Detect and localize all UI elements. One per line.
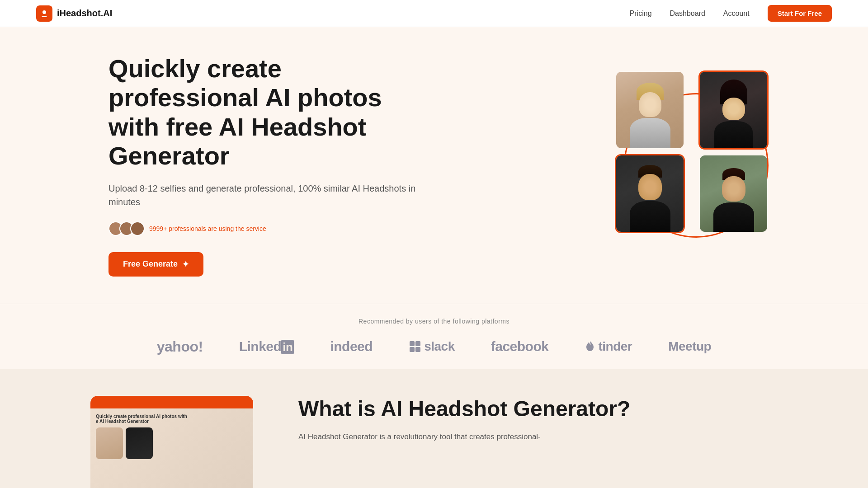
logo-icon [36, 5, 52, 22]
second-section: Quickly create professional AI photos wi… [0, 369, 868, 488]
nav-start-free-button[interactable]: Start For Free [768, 5, 832, 22]
avatar [130, 221, 145, 236]
photo-cell-1 [615, 70, 685, 150]
app-photo-sim [126, 427, 153, 459]
logo[interactable]: iHeadshot.AI [36, 5, 112, 22]
hero-photo-grid-container [615, 70, 778, 260]
social-proof-text: 9999+ professionals are using the servic… [149, 225, 266, 232]
person-figure-3 [616, 163, 684, 232]
app-title-sim: Quickly create professional AI photos wi… [96, 414, 248, 424]
nav-links: Pricing Dashboard Account Start For Free [630, 5, 832, 22]
hero-section: Quickly create professional AI photos wi… [0, 27, 868, 304]
photo-grid [615, 70, 778, 233]
person-figure-1 [616, 80, 684, 148]
nav-dashboard[interactable]: Dashboard [670, 9, 705, 18]
svg-point-0 [42, 10, 46, 14]
section-text: AI Headshot Generator is a revolutionary… [298, 431, 778, 444]
meetup-logo: Meetup [668, 339, 711, 354]
app-bar [90, 396, 253, 408]
app-screenshot-container: Quickly create professional AI photos wi… [90, 396, 262, 488]
hero-title: Quickly create professional AI photos wi… [108, 54, 416, 171]
hero-content: Quickly create professional AI photos wi… [108, 54, 416, 277]
svg-rect-3 [410, 347, 415, 352]
slack-logo: slack [409, 339, 455, 354]
avatar-stack [108, 221, 145, 236]
svg-rect-4 [415, 347, 420, 352]
hero-subtitle: Upload 8-12 selfies and generate profess… [108, 182, 416, 209]
platforms-label: Recommended by users of the following pl… [90, 318, 778, 325]
platforms-section: Recommended by users of the following pl… [0, 304, 868, 369]
logo-text: iHeadshot.AI [57, 8, 112, 19]
hero-cta-button[interactable]: Free Generate ✦ [108, 252, 203, 277]
second-section-content: What is AI Headshot Generator? AI Headsh… [298, 396, 778, 444]
photo-cell-4 [698, 154, 769, 233]
social-proof: 9999+ professionals are using the servic… [108, 221, 416, 236]
sparkle-icon: ✦ [182, 259, 189, 269]
facebook-logo: facebook [491, 339, 549, 354]
photo-cell-2 [698, 70, 769, 150]
svg-rect-2 [415, 341, 420, 346]
platforms-logos: yahoo! Linkedin indeed slack facebook ti… [90, 338, 778, 355]
svg-rect-1 [410, 341, 415, 346]
app-photo-row [96, 427, 248, 459]
nav-pricing[interactable]: Pricing [630, 9, 652, 18]
tinder-logo: tinder [585, 339, 632, 354]
indeed-logo: indeed [330, 339, 373, 354]
section-title: What is AI Headshot Generator? [298, 396, 778, 422]
hero-cta-label: Free Generate [123, 259, 178, 269]
linkedin-logo: Linkedin [239, 339, 294, 354]
yahoo-logo: yahoo! [157, 338, 203, 355]
person-figure-2 [700, 80, 767, 148]
app-photo-sim [96, 427, 123, 459]
person-figure-4 [700, 163, 767, 232]
navbar: iHeadshot.AI Pricing Dashboard Account S… [0, 0, 868, 27]
nav-account[interactable]: Account [723, 9, 750, 18]
app-screenshot: Quickly create professional AI photos wi… [90, 396, 253, 488]
photo-cell-3 [615, 154, 685, 233]
